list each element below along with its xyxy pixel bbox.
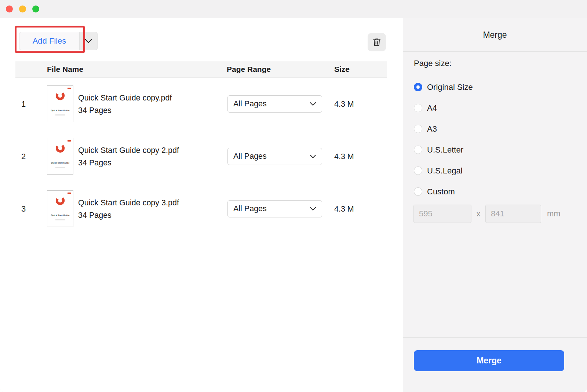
table-row[interactable]: 1 Quick Start Guide Quick Start Guide co…	[0, 78, 403, 130]
pdf-swirl-icon	[55, 143, 66, 154]
row-number: 3	[19, 204, 28, 214]
titlebar	[0, 0, 587, 18]
page-size-options: Original Size A4 A3 U.S.Letter U.S.Legal…	[414, 77, 575, 202]
radio-a4[interactable]: A4	[414, 98, 575, 118]
minimize-button[interactable]	[19, 6, 26, 12]
column-header-page-range: Page Range	[227, 65, 271, 74]
custom-height-input[interactable]	[485, 205, 541, 223]
custom-width-input[interactable]	[413, 205, 471, 223]
pdf-thumbnail: Quick Start Guide	[47, 190, 73, 227]
page-size-label: Page size:	[414, 59, 452, 68]
trash-icon	[372, 37, 382, 47]
table-row[interactable]: 2 Quick Start Guide Quick Start Guide co…	[0, 130, 403, 183]
file-name: Quick Start Guide copy 2.pdf	[78, 146, 179, 155]
file-name: Quick Start Guide copy 3.pdf	[78, 198, 179, 207]
file-size: 4.3 M	[334, 152, 354, 161]
radio-icon	[414, 187, 422, 196]
page-range-select[interactable]: All Pages	[227, 200, 322, 217]
file-list-pane: Add Files File Name Page Range Size 1	[0, 18, 403, 392]
radio-icon	[414, 104, 422, 112]
pdf-thumbnail: Quick Start Guide	[47, 138, 73, 175]
app-window: Add Files File Name Page Range Size 1	[0, 0, 587, 392]
file-info: Quick Start Guide copy.pdf 34 Pages	[78, 93, 172, 115]
pdf-logo-icon	[68, 88, 71, 89]
table-row[interactable]: 3 Quick Start Guide Quick Start Guide co…	[0, 183, 403, 235]
radio-original-size[interactable]: Original Size	[414, 77, 575, 98]
radio-us-letter[interactable]: U.S.Letter	[414, 139, 575, 160]
pdf-thumbnail: Quick Start Guide	[47, 85, 73, 122]
chevron-down-icon	[85, 39, 92, 43]
radio-label: U.S.Letter	[427, 145, 463, 155]
merge-button[interactable]: Merge	[414, 350, 564, 371]
thumbnail-caption: Quick Start Guide	[47, 162, 73, 164]
radio-icon	[414, 146, 422, 154]
radio-label: A3	[427, 124, 437, 134]
radio-icon	[414, 83, 422, 91]
radio-label: Original Size	[427, 83, 473, 92]
radio-icon	[414, 166, 422, 175]
custom-size-inputs: x mm	[413, 205, 561, 223]
thumbnail-caption: Quick Start Guide	[47, 109, 73, 111]
radio-label: Custom	[427, 187, 455, 197]
panel-title: Merge	[403, 18, 587, 52]
pdf-swirl-icon	[55, 195, 66, 206]
add-files-dropdown-button[interactable]	[79, 32, 98, 50]
file-name: Quick Start Guide copy.pdf	[78, 93, 172, 102]
file-info: Quick Start Guide copy 2.pdf 34 Pages	[78, 146, 179, 167]
divider	[403, 337, 587, 338]
file-size: 4.3 M	[334, 99, 354, 109]
radio-us-legal[interactable]: U.S.Legal	[414, 160, 575, 181]
file-page-count: 34 Pages	[78, 210, 179, 220]
page-range-value: All Pages	[228, 152, 267, 161]
pdf-swirl-icon	[55, 90, 66, 101]
page-range-value: All Pages	[228, 204, 267, 213]
zoom-button[interactable]	[32, 6, 39, 12]
delete-button[interactable]	[368, 33, 386, 51]
dimension-separator: x	[477, 210, 480, 218]
file-page-count: 34 Pages	[78, 158, 179, 167]
merge-settings-panel: Merge Page size: Original Size A4 A3 U.S…	[403, 18, 587, 392]
column-header-file-name: File Name	[47, 65, 83, 74]
file-info: Quick Start Guide copy 3.pdf 34 Pages	[78, 198, 179, 220]
radio-label: U.S.Legal	[427, 166, 463, 176]
file-page-count: 34 Pages	[78, 106, 172, 115]
unit-label: mm	[547, 209, 561, 219]
radio-custom[interactable]: Custom	[414, 181, 575, 202]
add-files-split-button: Add Files	[19, 32, 98, 50]
row-number: 1	[19, 99, 28, 109]
add-files-button[interactable]: Add Files	[19, 32, 79, 50]
row-number: 2	[19, 152, 28, 161]
table-header: File Name Page Range Size	[15, 61, 387, 78]
page-range-select[interactable]: All Pages	[227, 148, 322, 165]
column-header-size: Size	[334, 65, 350, 74]
chevron-down-icon	[310, 154, 316, 158]
pdf-logo-icon	[68, 193, 71, 194]
pdf-logo-icon	[68, 140, 71, 142]
thumbnail-text-line	[55, 114, 65, 116]
radio-a3[interactable]: A3	[414, 118, 575, 139]
file-list: 1 Quick Start Guide Quick Start Guide co…	[0, 78, 403, 235]
radio-label: A4	[427, 103, 437, 113]
chevron-down-icon	[310, 102, 316, 106]
thumbnail-text-line	[55, 219, 65, 220]
close-button[interactable]	[6, 6, 13, 12]
page-range-value: All Pages	[228, 99, 267, 109]
radio-icon	[414, 125, 422, 133]
page-range-select[interactable]: All Pages	[227, 95, 322, 113]
thumbnail-text-line	[55, 167, 65, 168]
thumbnail-caption: Quick Start Guide	[47, 214, 73, 216]
file-size: 4.3 M	[334, 204, 354, 213]
chevron-down-icon	[310, 207, 316, 211]
